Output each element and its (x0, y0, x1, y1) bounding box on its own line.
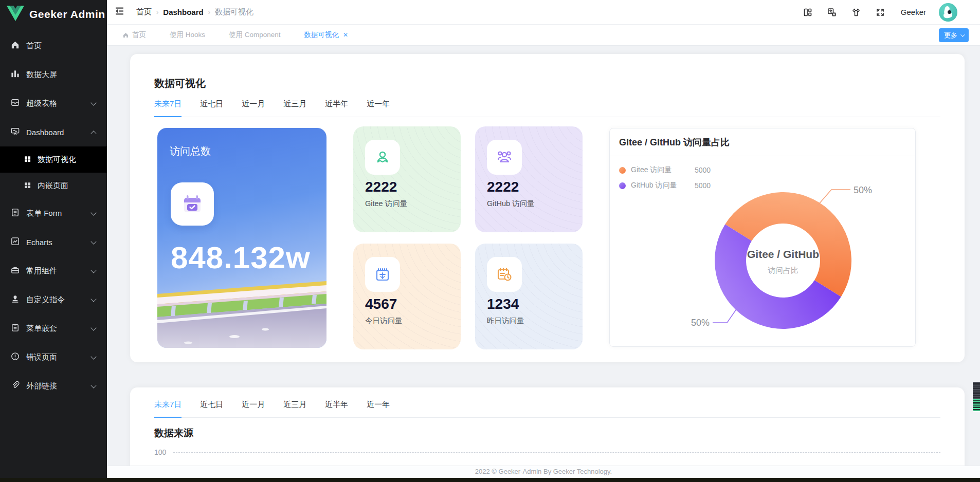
sidebar-item-embedded-page[interactable]: 内嵌页面 (0, 173, 107, 199)
time-tab-7days[interactable]: 近七日 (200, 99, 223, 117)
stat-card-gitee: 2222 Gitee 访问量 (353, 126, 461, 232)
donut-slice-gitee (725, 166, 877, 297)
breadcrumb-home[interactable]: 首页 (136, 7, 152, 17)
time-tab-3months[interactable]: 近三月 (283, 400, 306, 417)
sidebar-item-external-links[interactable]: 外部链接 (0, 372, 107, 400)
collapse-menu-icon[interactable] (114, 6, 125, 18)
donut-center-subtitle: 访问占比 (768, 266, 798, 274)
time-tab-1year[interactable]: 近一年 (367, 400, 390, 417)
donut-center-title: Gitee / GitHub (747, 248, 819, 260)
tab-data-visualization[interactable]: 数据可视化 ✕ (304, 30, 349, 40)
translate-icon[interactable] (826, 7, 838, 18)
home-icon (122, 32, 129, 39)
echarts-icon (10, 236, 20, 248)
components-icon (10, 265, 20, 276)
tab-use-component[interactable]: 使用 Component (229, 30, 281, 40)
app-logo[interactable]: Geeker Admin (0, 0, 107, 28)
sidebar-item-home[interactable]: 首页 (0, 31, 107, 60)
stat-label: 今日访问量 (365, 316, 403, 326)
sidebar-item-dashboard[interactable]: Dashboard (0, 118, 107, 146)
link-icon (10, 380, 20, 392)
sidebar-item-supertable[interactable]: 超级表格 (0, 89, 107, 118)
fps-stats-widget[interactable] (973, 382, 980, 411)
sidebar-item-error-pages[interactable]: 错误页面 (0, 343, 107, 372)
chart-y-axis-row: 100 (154, 448, 940, 456)
theme-shirt-icon[interactable] (850, 7, 862, 18)
chevron-down-icon (90, 296, 96, 302)
stat-value: 2222 (365, 179, 397, 195)
card-title: 数据可视化 (154, 77, 206, 90)
y-axis-tick: 100 (154, 448, 166, 456)
time-tab-3months[interactable]: 近三月 (283, 99, 306, 117)
form-icon (10, 208, 20, 219)
sidebar-item-form[interactable]: 表单 Form (0, 199, 107, 228)
footer: 2022 © Geeker-Admin By Geeker Technology… (107, 466, 980, 478)
breadcrumb-separator-icon: › (156, 8, 158, 16)
stat-label: Gitee 访问量 (365, 199, 407, 209)
time-tab-next7[interactable]: 未来7日 (154, 400, 182, 418)
sidebar-item-data-visualization[interactable]: 数据可视化 (0, 146, 107, 173)
chevron-down-icon (90, 210, 96, 215)
total-visits-card: 访问总数 848.132w (157, 128, 326, 348)
chevron-down-icon (90, 354, 96, 359)
breadcrumb-section[interactable]: Dashboard (163, 8, 203, 16)
header: 首页 › Dashboard › 数据可视化 Geeker (107, 0, 980, 25)
time-tab-next7[interactable]: 未来7日 (154, 99, 182, 117)
stat-card-today: 4567 今日访问量 (353, 244, 461, 349)
stat-label: GitHub 访问量 (487, 199, 535, 209)
username[interactable]: Geeker (901, 8, 926, 16)
data-source-card: 未来7日 近七日 近一月 近三月 近半年 近一年 数据来源 100 (130, 387, 965, 466)
avatar[interactable] (939, 3, 957, 22)
desktop-edge-strip (0, 478, 980, 482)
time-tab-7days[interactable]: 近七日 (200, 400, 223, 417)
total-visits-value: 848.132w (171, 240, 311, 275)
pie-chart-title: Gitee / GitHub 访问量占比 (610, 128, 915, 156)
calendar-today-icon (365, 257, 400, 292)
sidebar: Geeker Admin 首页 数据大屏 超级表格 Dashboard 数据可视… (0, 0, 107, 478)
fullscreen-icon[interactable] (875, 7, 886, 18)
calendar-check-icon (171, 182, 214, 226)
close-tab-icon[interactable]: ✕ (343, 31, 348, 39)
sidebar-item-datascreen[interactable]: 数据大屏 (0, 60, 107, 89)
pie-label-left: 50% (691, 318, 710, 328)
tab-home[interactable]: 首页 (122, 30, 146, 40)
main-content: 数据可视化 未来7日 近七日 近一月 近三月 近半年 近一年 访问总数 848.… (107, 46, 980, 466)
stat-label: 昨日访问量 (487, 316, 524, 326)
stat-value: 4567 (365, 296, 397, 312)
time-tab-1month[interactable]: 近一月 (242, 400, 265, 417)
time-range-tabs: 未来7日 近七日 近一月 近三月 近半年 近一年 (154, 99, 940, 117)
sidebar-item-echarts[interactable]: Echarts (0, 228, 107, 256)
pie-label-right: 50% (854, 185, 872, 195)
more-button[interactable]: 更多 (939, 28, 969, 42)
chevron-down-icon (90, 325, 96, 330)
layout-columns-icon[interactable] (802, 7, 813, 18)
user-icon (365, 140, 400, 175)
tab-use-hooks[interactable]: 使用 Hooks (170, 30, 205, 40)
time-range-tabs: 未来7日 近七日 近一月 近三月 近半年 近一年 (154, 400, 940, 418)
tabs-bar: 首页 使用 Hooks 使用 Component 数据可视化 ✕ 更多 (107, 25, 980, 46)
section-title: 数据来源 (154, 427, 193, 440)
users-icon (487, 140, 522, 175)
time-tab-6months[interactable]: 近半年 (325, 400, 348, 417)
chart-bar-icon (10, 69, 20, 80)
stat-card-yesterday: 1234 昨日访问量 (475, 244, 583, 349)
header-actions: Geeker (802, 3, 957, 22)
dashboard-icon (10, 126, 20, 138)
menu-nest-icon (10, 323, 20, 334)
sidebar-item-directives[interactable]: 自定义指令 (0, 285, 107, 314)
time-tab-1year[interactable]: 近一年 (367, 99, 390, 117)
highway-illustration (157, 280, 326, 348)
time-tab-6months[interactable]: 近半年 (325, 99, 348, 117)
breadcrumb-current: 数据可视化 (215, 7, 253, 17)
legend-item-gitee[interactable]: Gitee 访问量 5000 (619, 162, 711, 178)
stat-value: 1234 (487, 296, 519, 312)
sidebar-item-menu-nest[interactable]: 菜单嵌套 (0, 314, 107, 343)
sidebar-item-components[interactable]: 常用组件 (0, 256, 107, 285)
legend-item-github[interactable]: GitHub 访问量 5000 (619, 178, 711, 193)
time-tab-1month[interactable]: 近一月 (242, 99, 265, 117)
legend-dot-github (619, 182, 626, 189)
breadcrumb-separator-icon: › (208, 8, 210, 16)
table-icon (10, 98, 20, 109)
directive-icon (10, 294, 20, 305)
grid-icon (24, 181, 31, 191)
